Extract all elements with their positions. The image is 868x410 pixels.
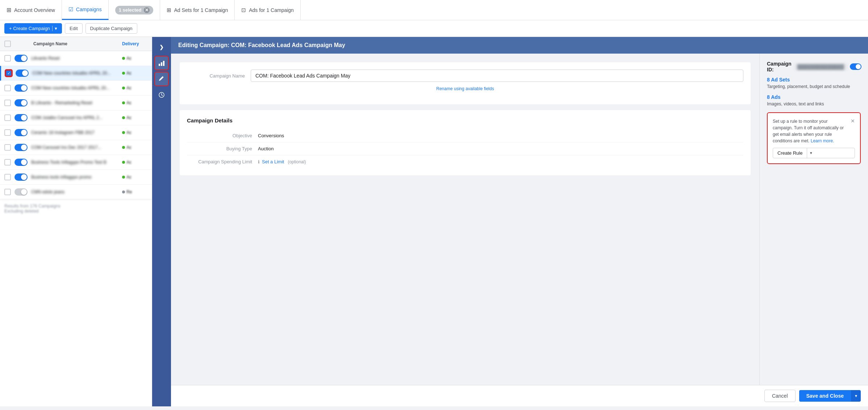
ads-icon: ⊡ [241, 7, 246, 13]
row-toggle[interactable] [14, 159, 28, 166]
table-row[interactable]: ✓ COM New countries tolualbo APRIL 20...… [0, 66, 152, 81]
row-toggle-inactive[interactable] [14, 188, 28, 196]
row-toggle[interactable] [14, 129, 28, 136]
delivery-header: Delivery [122, 41, 147, 46]
row-toggle[interactable] [14, 114, 28, 121]
objective-label: Objective [187, 133, 252, 138]
selected-count-badge: 1 selected ✕ [115, 6, 153, 14]
clock-button[interactable] [154, 88, 169, 102]
row-toggle[interactable] [14, 144, 28, 151]
svg-rect-1 [161, 62, 162, 66]
campaign-name-input[interactable] [251, 70, 743, 82]
editing-panel: Editing Campaign: COM: Facebook Lead Ads… [171, 37, 868, 406]
campaign-id-toggle[interactable] [850, 63, 861, 70]
row-checkbox[interactable] [4, 85, 11, 91]
save-dropdown-arrow[interactable]: ▾ [851, 390, 861, 402]
main-content: Campaign Name Delivery Lilivanto Reset A… [0, 37, 868, 406]
table-row[interactable]: Ceramic 18 Instagram FBB 2017 Ac [0, 125, 152, 140]
duplicate-campaign-button[interactable]: Duplicate Campaign [85, 23, 137, 34]
delivery-cell: Ac [122, 145, 147, 150]
table-row[interactable]: COM New countries tolualbo APRIL 20... A… [0, 81, 152, 96]
table-row[interactable]: Lilivanto Reset Ac [0, 51, 152, 66]
create-rule-label[interactable]: Create Rule [773, 148, 807, 158]
row-checkbox[interactable] [4, 100, 11, 106]
campaign-name-header: Campaign Name [33, 41, 118, 46]
row-checkbox[interactable] [4, 129, 11, 136]
rule-box-header: Set up a rule to monitor your campaign. … [773, 118, 855, 144]
row-toggle[interactable] [16, 70, 29, 77]
create-rule-dropdown-arrow[interactable]: ▾ [807, 148, 815, 158]
status-dot [122, 161, 125, 164]
set-limit-link[interactable]: Set a Limit [262, 159, 284, 164]
status-dot [122, 101, 125, 104]
nav-campaigns[interactable]: ☑ Campaigns [62, 0, 109, 20]
nav-ads[interactable]: ⊡ Ads for 1 Campaign [235, 0, 301, 20]
table-row[interactable]: Business Tools Inftagypo Promo Test B Ac [0, 155, 152, 170]
clock-icon [158, 92, 165, 98]
campaign-name-cell: COM Carousel Ins Dec 2017 2017... [31, 145, 118, 150]
nav-selected-badge[interactable]: 1 selected ✕ [109, 0, 160, 20]
campaign-details-title: Campaign Details [187, 117, 743, 124]
ad-sets-link[interactable]: 8 Ad Sets [767, 77, 861, 83]
pencil-button[interactable] [154, 72, 169, 86]
rename-link[interactable]: Rename using available fields [187, 86, 743, 91]
row-checkbox[interactable] [4, 144, 11, 151]
clear-selected-button[interactable]: ✕ [144, 7, 150, 13]
create-campaign-button[interactable]: + Create Campaign ▾ [4, 23, 62, 34]
bottom-bar: Cancel Save and Close ▾ [171, 385, 868, 406]
edit-button[interactable]: Edit [65, 23, 82, 34]
nav-account-overview[interactable]: ⊞ Account Overview [0, 0, 62, 20]
table-row[interactable]: COM Carousel Ins Dec 2017 2017... Ac [0, 140, 152, 155]
row-toggle[interactable] [14, 84, 28, 92]
campaigns-label: Campaigns [76, 7, 102, 12]
status-dot [122, 72, 125, 75]
learn-more-link[interactable]: Learn more. [811, 138, 834, 143]
table-row[interactable]: COM Julalbo Carousel Ins APRIL 2... Ac [0, 110, 152, 125]
delivery-text: Ac [126, 115, 132, 120]
row-checkbox[interactable] [4, 189, 11, 195]
grid-icon: ⊞ [7, 7, 11, 13]
spending-limit-value-container: ℹ Set a Limit (optional) [258, 159, 306, 164]
rule-box-text: Set up a rule to monitor your campaign. … [773, 118, 848, 144]
table-row[interactable]: Business tools inftagypo promo Ac [0, 170, 152, 185]
row-toggle[interactable] [14, 55, 28, 62]
pencil-icon [158, 76, 165, 82]
table-row[interactable]: B Lilivanto - Remarketing Reset Ac [0, 96, 152, 110]
cancel-button[interactable]: Cancel [764, 390, 796, 402]
editing-body: Campaign Name Rename using available fie… [171, 54, 868, 385]
save-and-close-button[interactable]: Save and Close [799, 390, 851, 402]
spending-limit-label: Campaign Spending Limit [187, 159, 252, 164]
row-checkbox[interactable] [4, 114, 11, 121]
ads-link[interactable]: 8 Ads [767, 94, 861, 100]
campaign-name-section: Campaign Name Rename using available fie… [180, 62, 751, 104]
campaign-id-row: Campaign ID: ██████████████ [767, 61, 861, 72]
delivery-text: Ac [126, 160, 132, 165]
table-row[interactable]: CMN edolo jeans Re [0, 185, 152, 200]
create-campaign-label: + Create Campaign [9, 26, 50, 31]
chart-icon [158, 59, 165, 67]
create-rule-button-group[interactable]: Create Rule ▾ [773, 148, 855, 158]
objective-row: Objective Conversions [187, 129, 743, 142]
create-campaign-dropdown-arrow[interactable]: ▾ [52, 26, 57, 31]
row-checkbox[interactable] [4, 55, 11, 62]
buying-type-value: Auction [258, 146, 274, 151]
ads-desc: Images, videos, text and links [767, 101, 861, 106]
account-overview-label: Account Overview [14, 7, 55, 13]
ad-sets-desc: Targeting, placement, budget and schedul… [767, 84, 861, 89]
row-checkbox[interactable] [4, 159, 11, 166]
editing-sidebar: Campaign ID: ██████████████ 8 Ad Sets Ta… [759, 54, 868, 385]
rule-close-button[interactable]: ✕ [851, 118, 855, 124]
expand-button[interactable]: ❯ [154, 40, 169, 54]
row-toggle[interactable] [14, 99, 28, 106]
row-checkbox[interactable] [4, 174, 11, 180]
chart-button[interactable] [154, 56, 169, 70]
delivery-text: Ac [126, 71, 132, 76]
row-toggle[interactable] [14, 173, 28, 181]
objective-value: Conversions [258, 133, 284, 138]
select-all-checkbox[interactable] [4, 41, 11, 47]
campaign-name-cell: Business Tools Inftagypo Promo Test B [31, 160, 118, 165]
nav-ad-sets[interactable]: ⊞ Ad Sets for 1 Campaign [160, 0, 235, 20]
rule-box: Set up a rule to monitor your campaign. … [767, 112, 861, 164]
row-checkbox[interactable]: ✓ [5, 70, 12, 76]
delivery-text: Re [126, 189, 132, 194]
